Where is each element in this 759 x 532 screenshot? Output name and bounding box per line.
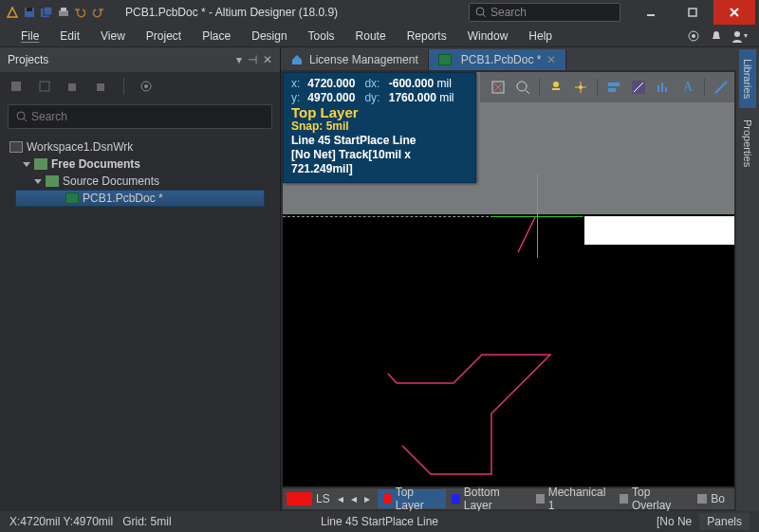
layer-tab-top[interactable]: Top Layer (378, 489, 446, 508)
undo-icon[interactable] (72, 4, 89, 21)
projects-search-placeholder: Search (31, 110, 67, 123)
layer-set-button[interactable]: LS (316, 492, 330, 505)
layer-tab-bottom-overlay[interactable]: Bo (692, 489, 731, 508)
menu-place[interactable]: Place (193, 27, 240, 46)
svg-line-41 (715, 82, 727, 93)
panel-pin-icon[interactable]: ⊣ (248, 53, 257, 66)
tree-expand-icon[interactable] (34, 179, 42, 184)
close-button[interactable] (713, 0, 755, 25)
save-icon[interactable] (21, 4, 38, 21)
menu-route[interactable]: Route (346, 27, 396, 46)
layer-tab-top-overlay[interactable]: Top Overlay (614, 489, 692, 508)
svg-point-14 (734, 31, 740, 37)
zoom-icon[interactable] (512, 77, 533, 98)
svg-point-20 (144, 84, 148, 88)
projects-toolbar (0, 72, 280, 101)
status-coords: X:4720mil Y:4970mil (9, 515, 113, 528)
text-icon[interactable]: A (677, 77, 698, 98)
settings-icon[interactable] (685, 28, 702, 45)
svg-point-27 (517, 82, 527, 91)
active-layer-swatch[interactable] (287, 492, 312, 505)
menu-window[interactable]: Window (458, 27, 518, 46)
status-grid: Grid: 5mil (122, 515, 171, 528)
layer-nav-prev[interactable]: ◂ (347, 492, 361, 505)
panel-close-icon[interactable]: ✕ (263, 53, 272, 66)
svg-point-29 (553, 82, 559, 87)
svg-point-6 (476, 8, 484, 15)
line-icon[interactable] (711, 77, 731, 98)
projects-tree[interactable]: Workspace1.DsnWrk Free Documents Source … (0, 135, 280, 511)
search-placeholder: Search (491, 6, 527, 19)
window-title: PCB1.PcbDoc * - Altium Designer (18.0.9) (125, 6, 338, 19)
layer-tabs: LS ◂ ◂ ▸ Top Layer Bottom Layer Mechanic… (283, 488, 734, 509)
remove-icon[interactable] (93, 78, 110, 95)
save-all-icon[interactable] (38, 4, 55, 21)
right-collapsed-panels: Libraries Properties (736, 47, 759, 511)
tab-license-management[interactable]: License Management (281, 49, 429, 70)
status-net: [No Ne (657, 515, 692, 528)
svg-rect-16 (40, 82, 49, 91)
menu-project[interactable]: Project (137, 27, 191, 46)
layer-nav-next[interactable]: ▸ (361, 492, 374, 505)
menu-tools[interactable]: Tools (299, 27, 344, 46)
gear-icon[interactable] (138, 78, 155, 95)
side-tab-properties[interactable]: Properties (739, 110, 756, 176)
svg-rect-5 (61, 8, 66, 11)
add-icon[interactable] (65, 78, 82, 95)
tab-pcb-doc[interactable]: PCB1.PcbDoc * ✕ (429, 49, 567, 70)
net-color-icon[interactable] (546, 77, 566, 98)
svg-rect-18 (97, 83, 104, 91)
layer-tab-mechanical[interactable]: Mechanical 1 (530, 489, 614, 508)
svg-rect-15 (11, 82, 21, 91)
inspect-icon[interactable] (628, 77, 649, 98)
workspace-icon (9, 141, 23, 153)
maximize-button[interactable] (672, 0, 713, 25)
projects-search-input[interactable]: Search (8, 104, 272, 129)
folder-icon (46, 175, 59, 187)
panels-button[interactable]: Panels (699, 513, 750, 530)
clear-filter-icon[interactable] (488, 77, 509, 98)
status-command: Line 45 StartPlace Line (321, 515, 438, 528)
tree-workspace[interactable]: Workspace1.DsnWrk (0, 138, 280, 156)
menu-reports[interactable]: Reports (398, 27, 456, 46)
menu-file[interactable]: File (11, 27, 48, 46)
side-tab-libraries[interactable]: Libraries (739, 49, 756, 108)
svg-point-21 (17, 112, 25, 119)
layer-nav-first[interactable]: ◂ (334, 492, 347, 505)
menu-help[interactable]: Help (519, 27, 562, 46)
tree-free-documents[interactable]: Free Documents (0, 156, 280, 173)
pcb-icon (65, 193, 79, 204)
align-icon[interactable] (603, 77, 624, 98)
global-search-input[interactable]: Search (469, 3, 620, 22)
app-logo-icon (4, 4, 21, 21)
chart-icon[interactable] (653, 77, 674, 98)
svg-line-23 (518, 217, 535, 252)
highlight-icon[interactable] (570, 77, 591, 98)
layer-color-icon (452, 494, 460, 504)
print-icon[interactable] (55, 4, 72, 21)
svg-line-28 (526, 90, 529, 94)
save-icon[interactable] (8, 78, 25, 95)
notifications-icon[interactable] (708, 28, 725, 45)
layer-tab-bottom[interactable]: Bottom Layer (446, 489, 530, 508)
svg-rect-3 (44, 7, 52, 15)
pcb-canvas[interactable]: x: 4720.000 dx: -600.000 mil y: 4970.000… (283, 72, 734, 486)
menu-edit[interactable]: Edit (50, 27, 89, 46)
user-icon[interactable]: ▾ (731, 28, 748, 45)
pcb-icon (438, 54, 452, 65)
minimize-button[interactable] (630, 0, 672, 25)
panel-menu-icon[interactable]: ▾ (236, 53, 242, 66)
tree-expand-icon[interactable] (23, 162, 30, 167)
menu-view[interactable]: View (91, 27, 135, 46)
compile-icon[interactable] (36, 78, 53, 95)
tree-pcb-doc[interactable]: PCB1.PcbDoc * (15, 190, 265, 207)
menu-design[interactable]: Design (242, 27, 296, 46)
menu-bar: File Edit View Project Place Design Tool… (0, 25, 759, 47)
redo-icon[interactable] (89, 4, 106, 21)
title-bar: PCB1.PcbDoc * - Altium Designer (18.0.9)… (0, 0, 759, 25)
svg-line-22 (24, 119, 27, 121)
tab-close-icon[interactable]: ✕ (546, 53, 556, 66)
tree-source-documents[interactable]: Source Documents (0, 173, 280, 190)
folder-icon (34, 158, 47, 170)
projects-panel: Projects ▾ ⊣ ✕ Search Workspace1.DsnWrk (0, 47, 281, 511)
